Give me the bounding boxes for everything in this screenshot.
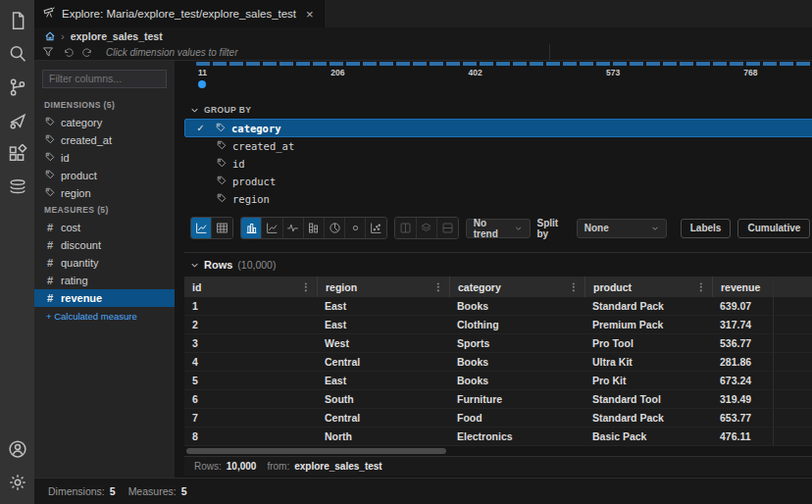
stacked-bar-button[interactable] bbox=[304, 218, 325, 238]
sidebar-item-created-at[interactable]: created_at bbox=[34, 131, 175, 149]
layers-icon bbox=[420, 222, 432, 234]
tag-icon bbox=[217, 176, 227, 187]
labels-button[interactable]: Labels bbox=[681, 219, 732, 238]
tag-icon bbox=[45, 117, 55, 128]
table-row[interactable]: 7 Central Food Standard Pack 653.77 bbox=[184, 409, 812, 428]
sidebar-item-discount[interactable]: # discount bbox=[34, 236, 175, 254]
cell-id: 4 bbox=[184, 353, 317, 371]
split-horizontal-icon bbox=[441, 222, 454, 234]
split-horizontal-button[interactable] bbox=[437, 218, 458, 238]
rows-count: (10,000) bbox=[237, 259, 276, 271]
send-gear-icon[interactable] bbox=[6, 109, 29, 132]
cell-region: North bbox=[317, 428, 449, 445]
group-by-header[interactable]: GROUP BY bbox=[190, 105, 812, 115]
pulse-chart-button[interactable] bbox=[283, 218, 304, 238]
breadcrumb-item[interactable]: explore_sales_test bbox=[71, 30, 163, 42]
column-header-region[interactable]: region ⋮ bbox=[317, 277, 449, 297]
from-value: explore_sales_test bbox=[294, 461, 382, 472]
number-icon: # bbox=[45, 292, 55, 304]
calculated-measure-link[interactable]: + Calculated measure bbox=[34, 307, 175, 322]
home-icon[interactable] bbox=[44, 30, 56, 42]
chevron-down-icon bbox=[651, 225, 659, 232]
cell-category: Clothing bbox=[449, 316, 584, 333]
bar-chart-button[interactable] bbox=[241, 218, 262, 238]
column-menu-icon[interactable]: ⋮ bbox=[569, 281, 579, 292]
settings-gear-icon[interactable] bbox=[6, 471, 29, 494]
table-row[interactable]: 6 South Furniture Standard Tool 319.49 bbox=[184, 390, 812, 409]
source-control-icon[interactable] bbox=[6, 76, 29, 99]
group-by-item-region[interactable]: region bbox=[184, 190, 812, 208]
files-icon[interactable] bbox=[6, 9, 29, 32]
scatter-chart-button[interactable] bbox=[366, 218, 386, 238]
horizontal-scrollbar-thumb[interactable] bbox=[186, 448, 446, 454]
line-chart-button[interactable] bbox=[262, 218, 282, 238]
table-view-button[interactable] bbox=[212, 218, 232, 238]
search-icon[interactable] bbox=[6, 42, 29, 66]
account-icon[interactable] bbox=[6, 437, 29, 461]
sidebar-item-region[interactable]: region bbox=[34, 184, 175, 202]
breadcrumb: › explore_sales_test bbox=[34, 27, 812, 44]
number-icon: # bbox=[45, 275, 55, 286]
trend-select[interactable]: No trend bbox=[466, 219, 531, 238]
column-menu-icon[interactable]: ⋮ bbox=[301, 281, 311, 292]
sidebar-item-quantity[interactable]: # quantity bbox=[34, 254, 175, 272]
sidebar-item-id[interactable]: id bbox=[34, 149, 175, 167]
table-row[interactable]: 3 West Sports Pro Tool 536.77 bbox=[184, 334, 812, 353]
column-header-id[interactable]: id ⋮ bbox=[184, 277, 317, 297]
activity-bar bbox=[0, 0, 34, 504]
app-window: Explore: Maria/explore_test/explore_sale… bbox=[0, 0, 812, 504]
point-chart-button[interactable] bbox=[345, 218, 366, 238]
group-by-item-id[interactable]: id bbox=[184, 155, 812, 173]
cell-product: Pro Tool bbox=[584, 334, 712, 352]
database-icon[interactable] bbox=[6, 176, 29, 199]
chart-type-group bbox=[240, 217, 387, 239]
editor-tab-explore[interactable]: Explore: Maria/explore_test/explore_sale… bbox=[34, 0, 325, 27]
sidebar-item-revenue[interactable]: # revenue bbox=[34, 289, 175, 307]
table-row[interactable]: 8 North Electronics Basic Pack 476.11 bbox=[184, 428, 812, 446]
horizontal-scrollbar bbox=[184, 447, 812, 456]
filter-funnel-icon[interactable] bbox=[42, 46, 54, 58]
redo-icon[interactable] bbox=[82, 47, 93, 58]
tick-label: 11 bbox=[198, 68, 207, 77]
cumulative-button[interactable]: Cumulative bbox=[737, 219, 810, 238]
sidebar-item-rating[interactable]: # rating bbox=[34, 272, 175, 289]
chart-toolbar: No trend Split by None Labels Cumulative… bbox=[190, 217, 812, 239]
sidebar-item-product[interactable]: product bbox=[34, 167, 175, 184]
table-row[interactable]: 5 East Books Pro Kit 673.24 bbox=[184, 372, 812, 390]
chevron-down-icon bbox=[515, 225, 522, 232]
cell-category: Furniture bbox=[449, 390, 584, 408]
table-row[interactable]: 1 East Books Standard Pack 639.07 bbox=[184, 297, 812, 316]
sidebar-item-cost[interactable]: # cost bbox=[34, 219, 175, 236]
undo-icon[interactable] bbox=[63, 47, 74, 58]
table-row[interactable]: 4 Central Books Ultra Kit 281.86 bbox=[184, 353, 812, 372]
split-by-select[interactable]: None bbox=[577, 219, 667, 238]
group-by-item-category[interactable]: ✓ category bbox=[184, 119, 812, 137]
slider-handle-min[interactable] bbox=[198, 80, 206, 88]
table-row[interactable]: 2 East Clothing Premium Pack 317.74 bbox=[184, 316, 812, 334]
cell-category: Books bbox=[449, 297, 584, 315]
split-vertical-button[interactable] bbox=[395, 218, 416, 238]
pie-chart-button[interactable] bbox=[325, 218, 345, 238]
cell-revenue: 476.11 bbox=[712, 428, 773, 445]
cell-revenue: 639.07 bbox=[712, 297, 773, 315]
column-header-revenue[interactable]: revenue bbox=[712, 277, 773, 297]
cell-category: Electronics bbox=[449, 428, 584, 445]
layers-button[interactable] bbox=[417, 218, 437, 238]
filter-columns-input[interactable] bbox=[42, 70, 167, 88]
group-by-item-created-at[interactable]: created_at bbox=[184, 137, 812, 155]
rows-section-header[interactable]: Rows (10,000) bbox=[184, 253, 812, 277]
extensions-icon[interactable] bbox=[6, 142, 29, 166]
column-header-product[interactable]: product ⋮ bbox=[584, 277, 712, 297]
column-menu-icon[interactable]: ⋮ bbox=[696, 281, 706, 292]
sidebar-item-category[interactable]: category bbox=[34, 114, 175, 131]
measures-status-value: 5 bbox=[181, 485, 187, 497]
measures-section-header: MEASURES (5) bbox=[34, 202, 175, 219]
line-chart-view-button[interactable] bbox=[191, 218, 212, 238]
chevron-down-icon bbox=[190, 261, 199, 270]
cell-product: Standard Pack bbox=[584, 297, 712, 315]
group-by-item-product[interactable]: product bbox=[184, 173, 812, 190]
column-header-category[interactable]: category ⋮ bbox=[449, 277, 584, 297]
table-footer: Rows: 10,000 from: explore_sales_test bbox=[184, 456, 812, 476]
column-menu-icon[interactable]: ⋮ bbox=[433, 281, 443, 292]
tab-close-icon[interactable]: × bbox=[306, 8, 314, 21]
